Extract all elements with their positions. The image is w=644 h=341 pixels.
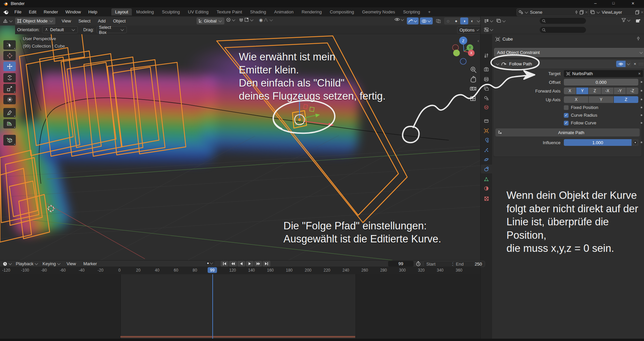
- animate-dot[interactable]: [641, 122, 642, 124]
- workspace-tab-compositing[interactable]: Compositing: [326, 8, 358, 15]
- jump-to-start-button[interactable]: [221, 261, 228, 267]
- axis-option-x[interactable]: X: [564, 96, 588, 103]
- fixed-position-checkbox[interactable]: [564, 105, 569, 110]
- marker-menu[interactable]: Marker: [79, 261, 100, 266]
- start-frame-field[interactable]: Start 1: [423, 261, 458, 267]
- tab-modifiers[interactable]: [481, 136, 492, 145]
- workspace-tab-scripting[interactable]: Scripting: [399, 8, 424, 15]
- follow-curve-row[interactable]: ✓ Follow Curve: [564, 120, 596, 125]
- playhead-badge[interactable]: 99: [208, 267, 217, 273]
- drag-handle-icon[interactable]: ::::: [639, 62, 644, 66]
- tab-world[interactable]: [481, 103, 492, 112]
- menu-help[interactable]: Help: [85, 9, 101, 14]
- menu-file[interactable]: File: [11, 9, 25, 14]
- curve-radius-checkbox[interactable]: ✓: [564, 113, 569, 118]
- animate-dot[interactable]: [641, 141, 642, 143]
- playhead-line[interactable]: [212, 274, 213, 339]
- scene-name[interactable]: Scene: [530, 10, 573, 15]
- tab-object[interactable]: [481, 126, 492, 135]
- timeline-editor-type[interactable]: [3, 262, 12, 266]
- animate-path-button[interactable]: Animate Path: [495, 128, 640, 136]
- current-frame-field[interactable]: 99: [388, 261, 414, 267]
- options-dropdown[interactable]: Options: [457, 26, 482, 34]
- expand-chevron-icon[interactable]: [496, 62, 499, 65]
- mode-selector[interactable]: Object Mode: [15, 17, 55, 24]
- delete-constraint-icon[interactable]: ×: [634, 61, 636, 66]
- animate-dot[interactable]: [641, 114, 642, 116]
- properties-search[interactable]: [540, 27, 586, 33]
- axis-option--x[interactable]: -X: [601, 88, 613, 94]
- animate-dot[interactable]: [641, 99, 642, 100]
- tool-scale[interactable]: [3, 84, 16, 93]
- constraint-extras-dropdown[interactable]: [626, 61, 631, 67]
- viewport-3d[interactable]: Z Y X ‹ User Perspective (99) Collection…: [0, 25, 480, 260]
- tab-particles[interactable]: [481, 146, 492, 155]
- jump-to-end-button[interactable]: [263, 261, 270, 267]
- axis-option-y[interactable]: Y: [589, 96, 613, 103]
- tab-tool[interactable]: [481, 51, 492, 60]
- axis-option-z[interactable]: Z: [614, 96, 638, 103]
- shading-rendered-icon[interactable]: ◐: [468, 17, 476, 24]
- keying-menu[interactable]: Keying: [43, 261, 61, 266]
- unlink-scene-icon[interactable]: ×: [585, 10, 588, 15]
- add-constraint-button[interactable]: Add Object Constraint: [494, 48, 644, 57]
- constraint-visibility-toggle[interactable]: [616, 61, 626, 67]
- view-menu[interactable]: View: [63, 261, 80, 266]
- play-button[interactable]: [246, 261, 254, 267]
- tab-view-layer[interactable]: [481, 84, 492, 93]
- shading-solid-icon[interactable]: ●: [452, 17, 460, 24]
- tool-rotate[interactable]: [3, 73, 16, 82]
- offset-field[interactable]: 0.000: [564, 79, 638, 86]
- outliner-display-mode[interactable]: [484, 19, 494, 23]
- timeline-ruler[interactable]: -120-100-80-60-40-2002040608012014016018…: [0, 267, 480, 275]
- workspace-tab-texture-paint[interactable]: Texture Paint: [213, 8, 246, 15]
- editor-type-button[interactable]: [0, 18, 13, 24]
- tab-collection[interactable]: [481, 116, 492, 125]
- tab-output[interactable]: [481, 75, 492, 83]
- close-button[interactable]: ×: [625, 1, 641, 6]
- target-field[interactable]: NurbsPath ×: [564, 70, 643, 77]
- workspace-tab--[interactable]: +: [424, 8, 434, 15]
- overlays-toggle[interactable]: [420, 17, 433, 24]
- axis-option-y[interactable]: Y: [576, 88, 588, 94]
- tab-render[interactable]: [481, 65, 492, 73]
- collapse-panel-arrow[interactable]: ‹: [478, 39, 479, 43]
- menu-select[interactable]: Select: [75, 18, 94, 23]
- clear-target-icon[interactable]: ×: [638, 71, 641, 76]
- maximize-button[interactable]: □: [606, 1, 621, 5]
- tab-material[interactable]: [481, 184, 492, 193]
- workspace-tab-modeling[interactable]: Modeling: [132, 8, 158, 15]
- axis-option-x[interactable]: X: [564, 88, 576, 94]
- tool-transform[interactable]: [3, 95, 16, 104]
- visibility-dropdown[interactable]: [394, 17, 405, 21]
- view-layer-selector[interactable]: ViewLayer ×: [588, 8, 644, 16]
- tool-move[interactable]: [3, 62, 16, 71]
- end-frame-field[interactable]: End 250: [453, 261, 485, 267]
- new-copy-icon[interactable]: [635, 10, 639, 14]
- workspace-tab-rendering[interactable]: Rendering: [298, 8, 325, 15]
- tab-object-data[interactable]: [481, 175, 492, 183]
- shading-wireframe-icon[interactable]: ◌: [444, 17, 452, 24]
- tab-constraints[interactable]: [481, 165, 492, 173]
- new-copy-icon[interactable]: [580, 10, 584, 14]
- axis-option--z[interactable]: -Z: [626, 88, 638, 94]
- tool-cursor[interactable]: [3, 51, 16, 60]
- fixed-position-row[interactable]: Fixed Position: [564, 105, 598, 110]
- workspace-tab-sculpting[interactable]: Sculpting: [158, 8, 183, 15]
- menu-edit[interactable]: Edit: [25, 9, 40, 14]
- outliner-search[interactable]: [540, 18, 586, 24]
- minimize-button[interactable]: –: [588, 1, 603, 6]
- animate-dot[interactable]: [641, 90, 642, 92]
- tool-annotate[interactable]: [3, 108, 16, 117]
- workspace-tab-uv-editing[interactable]: UV Editing: [184, 8, 212, 15]
- workspace-tab-geometry-nodes[interactable]: Geometry Nodes: [358, 8, 398, 15]
- pin-icon[interactable]: [575, 10, 578, 14]
- shading-options-chevron[interactable]: [477, 19, 480, 22]
- workspace-tab-animation[interactable]: Animation: [270, 8, 297, 15]
- orientation-dropdown[interactable]: Default: [42, 26, 78, 33]
- tab-scene[interactable]: [481, 94, 492, 102]
- tool-measure[interactable]: [3, 119, 16, 128]
- timeline-content[interactable]: [0, 274, 480, 339]
- play-reverse-button[interactable]: [237, 261, 245, 267]
- tab-physics[interactable]: [481, 155, 492, 164]
